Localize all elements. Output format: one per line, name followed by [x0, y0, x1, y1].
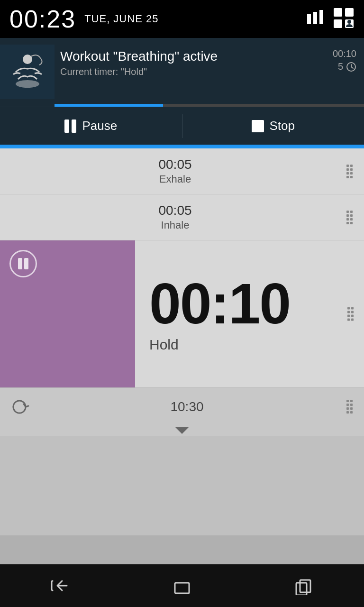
- recent-button[interactable]: [280, 571, 327, 600]
- exhale-timer-content: 00:05 Exhale: [8, 157, 343, 185]
- inhale-timer-content: 00:05 Inhale: [8, 203, 343, 231]
- bottom-nav: [0, 564, 364, 607]
- pause-button[interactable]: Pause: [0, 107, 182, 145]
- loop-drag-handle[interactable]: [343, 396, 356, 417]
- pause-icon: [64, 120, 76, 133]
- notification-meta: 00:10 5: [333, 45, 356, 76]
- workout-title: Workout "Breathing" active: [60, 48, 327, 64]
- pause-label: Pause: [82, 119, 117, 133]
- status-time: 00:23: [9, 5, 76, 33]
- pause-circle-button[interactable]: [9, 250, 37, 277]
- empty-area: [0, 436, 364, 535]
- svg-point-7: [347, 20, 351, 24]
- apps-icon: [333, 7, 355, 31]
- svg-rect-11: [175, 583, 189, 593]
- svg-rect-1: [313, 12, 317, 24]
- svg-rect-5: [334, 19, 342, 28]
- meta-count: 5: [338, 61, 356, 72]
- drag-handle[interactable]: [343, 207, 356, 228]
- active-timer-name: Hold: [149, 337, 179, 353]
- stop-label: Stop: [270, 119, 295, 133]
- svg-rect-2: [319, 10, 323, 24]
- pause-circle-bar-right: [24, 258, 28, 269]
- svg-rect-13: [296, 583, 307, 595]
- inhale-time: 00:05: [158, 203, 191, 218]
- stop-icon: [252, 120, 264, 132]
- loop-time: 10:30: [31, 399, 343, 414]
- status-bar: 00:23 TUE, JUNE 25: [0, 0, 364, 38]
- loop-timer: 10:30: [0, 387, 364, 425]
- loop-icon: [8, 395, 31, 419]
- status-icons: [306, 7, 355, 31]
- list-item: 00:05 Inhale: [0, 194, 364, 240]
- exhale-time: 00:05: [158, 157, 191, 172]
- notification-content: Workout "Breathing" active Current timer…: [0, 45, 364, 99]
- notification-text: Workout "Breathing" active Current timer…: [55, 45, 333, 81]
- active-drag-handle[interactable]: [344, 304, 357, 325]
- svg-rect-0: [307, 14, 311, 24]
- workout-subtitle: Current timer: "Hold": [60, 66, 327, 77]
- blue-separator: [0, 145, 364, 148]
- active-timer-left: [0, 240, 135, 387]
- svg-rect-3: [334, 8, 342, 17]
- expand-arrow-container[interactable]: [0, 425, 364, 436]
- expand-arrow-icon: [175, 427, 189, 434]
- home-button[interactable]: [158, 571, 206, 600]
- meta-time: 00:10: [333, 48, 356, 59]
- svg-point-9: [16, 80, 39, 88]
- drag-handle[interactable]: [343, 161, 356, 182]
- pause-circle-bar-left: [18, 258, 22, 269]
- controls-bar: Pause Stop: [0, 107, 364, 145]
- back-button[interactable]: [37, 571, 84, 600]
- svg-rect-12: [300, 580, 310, 592]
- inhale-label: Inhale: [161, 219, 190, 231]
- status-date: TUE, JUNE 25: [84, 13, 158, 25]
- svg-rect-4: [345, 8, 354, 17]
- notification-bar: Workout "Breathing" active Current timer…: [0, 38, 364, 107]
- active-timer-container: 00:10 Hold: [0, 240, 364, 387]
- timer-list: 00:05 Exhale 00:05 Inhale: [0, 148, 364, 240]
- workout-icon: [0, 45, 55, 99]
- stop-button[interactable]: Stop: [182, 107, 364, 145]
- active-timer-right: 00:10 Hold: [135, 240, 364, 387]
- signal-icon: [306, 9, 324, 29]
- active-timer-display: 00:10: [149, 275, 290, 332]
- exhale-label: Exhale: [159, 173, 191, 185]
- list-item: 00:05 Exhale: [0, 148, 364, 194]
